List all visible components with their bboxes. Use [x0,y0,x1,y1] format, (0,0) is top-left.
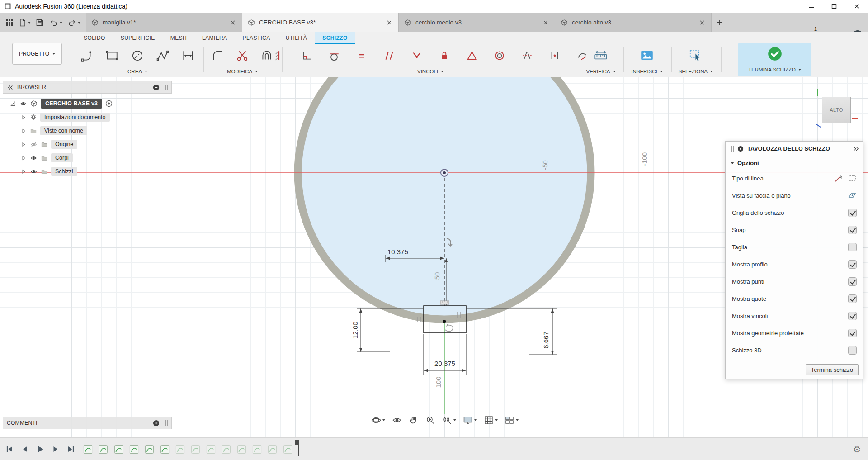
tab-plastica[interactable]: PLASTICA [235,32,278,44]
step-forward-icon[interactable] [50,443,61,455]
look-at-icon[interactable] [391,414,403,427]
checkbox-mostra-quote[interactable] [848,294,857,303]
fillet-tool-icon[interactable] [209,47,227,65]
panel-grip[interactable] [165,85,168,90]
perpendicular-constraint-icon[interactable] [299,48,314,63]
grid-settings-icon[interactable] [482,414,499,427]
timeline-feature-icon[interactable] [160,444,170,455]
dimension-top-value[interactable]: 10.375 [387,248,408,256]
sketch-canvas[interactable]: 10.375 20.375 12.00 6.667 50 100 [0,77,868,437]
timeline-marker[interactable] [295,440,300,457]
fix-lock-constraint-icon[interactable] [437,48,452,63]
dimension-left-value[interactable]: 12.00 [351,322,359,339]
browser-item-viste[interactable]: Viste con nome [3,124,172,138]
spline-tool-icon[interactable] [154,47,172,65]
palette-option-mostra-profilo[interactable]: Mostra profilo [726,256,863,273]
timeline-feature-icon[interactable] [98,444,108,455]
root-component-name[interactable]: CERCHIO BASE v3 [41,99,102,109]
polygon-constraint-icon[interactable] [464,48,480,63]
panel-minus-icon[interactable] [153,84,160,91]
palette-option-taglia[interactable]: Taglia [726,238,863,256]
save-icon[interactable] [35,18,44,27]
expand-arrow-icon[interactable] [21,142,27,147]
expand-arrow-icon[interactable] [21,114,27,120]
visibility-eye-icon[interactable] [30,155,38,161]
browser-header[interactable]: BROWSER [3,81,172,94]
dimension-right-value[interactable]: 6.667 [542,332,550,349]
circle-tool-icon[interactable] [128,47,146,65]
coincident-constraint-icon[interactable] [409,48,425,63]
browser-item-corpi[interactable]: Corpi [3,151,172,165]
checkbox-mostra-profilo[interactable] [848,260,857,269]
activate-component-icon[interactable] [105,100,113,107]
timeline-feature-icon[interactable] [190,444,201,455]
panel-grip[interactable] [165,420,168,426]
expand-arrow-icon[interactable] [21,128,27,134]
timeline-feature-icon[interactable] [252,444,262,455]
timeline-feature-icon[interactable] [206,444,216,455]
expand-arrow-icon[interactable] [21,169,27,175]
group-label-inserisci[interactable]: INSERISCI [631,67,663,76]
finish-sketch-palette-button[interactable]: Termina schizzo [806,364,859,375]
palette-option-mostra-punti[interactable]: Mostra punti [726,273,863,290]
checkbox-schizzo-3d[interactable] [848,346,857,355]
sketch-dimension-icon[interactable] [179,47,197,65]
group-label-vincoli[interactable]: VINCOLI [417,67,443,76]
timeline-feature-icon[interactable] [113,444,124,455]
display-settings-icon[interactable] [462,414,478,427]
visibility-eye-icon[interactable] [19,100,27,107]
finish-sketch-button[interactable]: TERMINA SCHIZZO [738,43,811,76]
tab-mesh[interactable]: MESH [163,32,194,44]
palette-option-mostra-quote[interactable]: Mostra quote [726,290,863,307]
symmetry-constraint-icon[interactable] [519,48,535,63]
look-at-plane-icon[interactable] [848,191,857,200]
document-tab-cerchio-medio[interactable]: cerchio medio v3 [399,13,555,32]
close-tab-icon[interactable] [542,19,549,26]
minimize-icon[interactable] [800,0,823,13]
checkbox-mostra-vincoli[interactable] [848,312,857,320]
palette-section-opzioni[interactable]: Opzioni [726,156,863,170]
new-tab-icon[interactable] [712,13,728,32]
browser-item-schizzi[interactable]: Schizzi [3,165,172,178]
palette-option-tipo-di-linea[interactable]: Tipo di linea [726,170,863,187]
concentric-constraint-icon[interactable] [492,48,507,63]
browser-item-impostazioni[interactable]: Impostazioni documento [3,110,172,124]
timeline-feature-icon[interactable] [283,444,293,455]
timeline-feature-icon[interactable] [267,444,278,455]
sketch-point[interactable] [443,320,446,323]
checkbox-snap[interactable] [848,226,857,234]
group-label-verifica[interactable]: VERIFICA [586,67,615,76]
document-tab-cerchio-alto[interactable]: cerchio alto v3 [555,13,712,32]
panel-plus-icon[interactable] [153,420,160,427]
undo-icon[interactable] [49,18,62,27]
close-icon[interactable] [845,0,868,13]
construction-line-icon[interactable] [834,174,843,183]
pan-icon[interactable] [407,414,420,427]
zoom-icon[interactable] [424,414,437,427]
timeline-feature-icon[interactable] [129,444,139,455]
insert-image-icon[interactable] [638,47,656,65]
browser-item-origine[interactable]: Origine [3,138,172,151]
document-tab-cerchio-base[interactable]: CERCHIO BASE v3* [242,13,399,32]
visibility-eye-icon[interactable] [30,168,38,175]
tab-lamiera[interactable]: LAMIERA [194,32,235,44]
equal-constraint-icon[interactable] [354,48,369,63]
palette-option-snap[interactable]: Snap [726,221,863,238]
dimension-bottom-value[interactable]: 20.375 [434,360,455,367]
group-label-crea[interactable]: CREA [127,67,147,76]
zoom-window-icon[interactable] [441,414,458,427]
tab-schizzo[interactable]: SCHIZZO [315,32,355,44]
palette-option-schizzo-3d[interactable]: Schizzo 3D [726,341,863,359]
browser-root-row[interactable]: CERCHIO BASE v3 [3,97,172,110]
checkbox-taglia[interactable] [848,243,857,251]
horizontal-vertical-constraint-icon[interactable] [271,48,287,63]
checkbox-mostra-geometrie[interactable] [848,329,857,337]
comments-header[interactable]: COMMENTI [3,417,172,429]
select-tool-icon[interactable] [687,47,705,65]
collapse-panel-icon[interactable] [7,84,14,91]
maximize-icon[interactable] [823,0,845,13]
group-label-seleziona[interactable]: SELEZIONA [679,67,713,76]
rectangle-tool-icon[interactable] [103,47,121,65]
timeline-feature-icon[interactable] [221,444,231,455]
palette-option-vista-su-faccia[interactable]: Vista su faccia o piano [726,187,863,204]
